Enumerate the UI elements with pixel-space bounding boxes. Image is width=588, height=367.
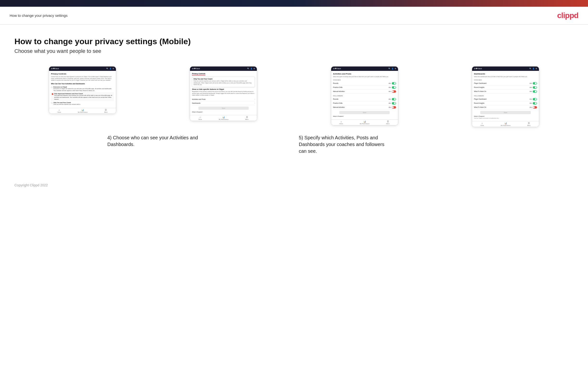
- save-btn-2[interactable]: Save: [199, 107, 249, 110]
- phone-mockup-1: &#� Back 🔍 👤 ⚙ Privacy Controls Control …: [49, 66, 116, 114]
- followers-manual-toggle-wrap: ON: [389, 106, 396, 108]
- coaches-player-dashboard-row: Player Dashboard ON: [474, 81, 537, 85]
- performance-label-4: My Performance: [501, 125, 510, 126]
- coaches-player-dashboard-toggle-wrap: ON: [529, 82, 537, 84]
- radio-everyone[interactable]: Everyone on Clippd Everyone on Clippd ca…: [51, 85, 114, 92]
- followers-what-to-work-toggle[interactable]: [533, 106, 537, 108]
- save-btn-4[interactable]: Save: [480, 111, 531, 114]
- caption-right-area: 5) Specify which Activities, Posts and D…: [296, 134, 574, 154]
- back-button-4[interactable]: &#� Back: [474, 68, 482, 70]
- radio-circle-3: [51, 102, 53, 104]
- tooltip-title: Only You and Your Coach: [193, 78, 253, 80]
- privacy-controls-tab[interactable]: Privacy Controls: [192, 73, 205, 75]
- home-label-3: Home: [339, 123, 343, 125]
- caption-left-area: 4) Choose who can see your Activities an…: [14, 134, 292, 154]
- followers-round-insights-toggle[interactable]: [533, 102, 537, 104]
- bottom-menu-1[interactable]: ☰ Menu: [104, 109, 107, 113]
- search-icon-2[interactable]: 🔍: [247, 68, 249, 70]
- activities-posts-label: Activities and Posts: [192, 99, 205, 100]
- search-icon-1[interactable]: 🔍: [106, 68, 108, 70]
- coaches-what-to-work-on: ON: [529, 91, 532, 92]
- coaches-rounds-toggle[interactable]: [392, 82, 396, 84]
- bottom-performance-1[interactable]: 📊 My Performance: [78, 109, 87, 113]
- followers-player-dashboard-label: Player Dashboard: [474, 98, 486, 100]
- phone-content-1: Privacy Controls Control how you and you…: [49, 71, 116, 108]
- bottom-performance-2[interactable]: 📊 My Performance: [219, 116, 228, 120]
- followers-round-insights-on: ON: [529, 103, 532, 104]
- bottom-home-2[interactable]: ⌂ Home: [199, 116, 202, 120]
- radio-you-coach[interactable]: Only You and Your Coach Only you and the…: [51, 101, 114, 106]
- bottom-performance-4[interactable]: 📊 My Performance: [501, 122, 510, 126]
- coaches-player-dashboard-toggle[interactable]: [533, 82, 537, 84]
- radio-text-2: Only Approved Followers and Your Coach O…: [54, 93, 113, 100]
- settings-icon-4[interactable]: ⚙: [536, 68, 537, 70]
- bottom-performance-3[interactable]: 📊 My Performance: [360, 121, 369, 125]
- coaches-rounds-row: Rounds ON: [333, 81, 396, 85]
- phone-content-2: Privacy Controls Only You and Your Coach…: [190, 71, 257, 115]
- profile-icon-3[interactable]: 👤: [391, 68, 394, 70]
- tooltip-text: Only you and the coaches you connect wit…: [193, 80, 253, 86]
- bottom-menu-2[interactable]: ☰ Menu: [245, 116, 249, 120]
- settings-icon-2[interactable]: ⚙: [253, 68, 255, 70]
- followers-drills-toggle[interactable]: [392, 102, 396, 104]
- performance-label-1: My Performance: [78, 111, 87, 113]
- profile-icon-2[interactable]: 👤: [250, 68, 252, 70]
- who-can-see-heading: Who Can See Your Activities and Dashboar…: [51, 83, 114, 84]
- search-icon-4[interactable]: 🔍: [529, 68, 531, 70]
- bottom-home-4[interactable]: ⌂ Home: [481, 122, 484, 126]
- coaches-what-to-work-toggle[interactable]: [533, 90, 537, 93]
- coaches-player-dashboard-on: ON: [529, 83, 532, 84]
- coaches-round-insights-label: Round Insights: [474, 86, 484, 88]
- followers-manual-toggle[interactable]: [392, 106, 396, 108]
- page-title: How to change your privacy settings (Mob…: [14, 37, 574, 46]
- chevron-activities: ›: [254, 99, 255, 100]
- coaches-manual-toggle[interactable]: [392, 90, 396, 93]
- page-subtitle: Choose what you want people to see: [14, 48, 574, 54]
- menu-icon-2: ☰: [246, 116, 248, 118]
- followers-round-insights-label: Round Insights: [474, 102, 484, 104]
- followers-rounds-row: Rounds ON: [333, 97, 396, 101]
- followers-rounds-on: ON: [389, 99, 391, 100]
- home-icon-2: ⌂: [200, 116, 201, 118]
- home-label-4: Home: [481, 125, 484, 126]
- nav-icons-4: 🔍 👤 ⚙: [529, 68, 537, 70]
- back-button-2[interactable]: &#� Back: [192, 68, 200, 70]
- performance-icon-3: 📊: [363, 121, 366, 123]
- coaches-drills-toggle[interactable]: [392, 86, 396, 89]
- settings-icon-1[interactable]: ⚙: [112, 68, 114, 70]
- phone-nav-bar-3: &#� Back 🔍 👤 ⚙: [331, 67, 398, 71]
- coaches-what-to-work-row: What To Work On ON: [474, 90, 537, 94]
- followers-rounds-label: Rounds: [333, 98, 338, 100]
- coaches-round-insights-toggle-wrap: ON: [529, 86, 537, 89]
- bottom-home-1[interactable]: ⌂ Home: [58, 109, 61, 113]
- profile-icon-1[interactable]: 👤: [109, 68, 112, 70]
- nav-icons-2: 🔍 👤 ⚙: [247, 68, 255, 70]
- back-button-1[interactable]: &#� Back: [51, 68, 59, 70]
- radio-circle-2: [52, 93, 53, 95]
- coaches-rounds-toggle-wrap: ON: [389, 82, 396, 84]
- activities-posts-link[interactable]: Activities and Posts ›: [192, 98, 255, 101]
- bottom-home-3[interactable]: ⌂ Home: [339, 121, 343, 125]
- performance-icon-1: 📊: [81, 109, 84, 111]
- followers-drills-label: Practice Drills: [333, 102, 343, 104]
- search-icon-3[interactable]: 🔍: [388, 68, 390, 70]
- coaches-label-3: COACHES: [333, 79, 396, 81]
- radio-approved[interactable]: Only Approved Followers and Your Coach O…: [51, 92, 114, 101]
- followers-rounds-toggle[interactable]: [392, 98, 396, 100]
- activities-posts-desc: Select the types of activity that you'd …: [333, 76, 396, 78]
- followers-manual-row: Manual Activities ON: [333, 105, 396, 109]
- bottom-menu-4[interactable]: ☰ Menu: [527, 122, 530, 126]
- dashboards-link[interactable]: Dashboards ›: [192, 101, 255, 105]
- followers-player-dashboard-toggle[interactable]: [533, 98, 537, 100]
- header: How to change your privacy settings clip…: [0, 7, 588, 25]
- back-button-3[interactable]: &#� Back: [333, 68, 341, 70]
- screenshot-group-3: &#� Back 🔍 👤 ⚙ Activities and Posts Sele…: [296, 66, 433, 127]
- settings-icon-3[interactable]: ⚙: [395, 68, 396, 70]
- save-btn-3[interactable]: Save: [339, 111, 390, 114]
- logo: clippd: [557, 11, 578, 20]
- menu-label-3: Menu: [386, 123, 389, 125]
- profile-icon-4[interactable]: 👤: [532, 68, 535, 70]
- bottom-menu-3[interactable]: ☰ Menu: [386, 121, 389, 125]
- screenshots-grid: &#� Back 🔍 👤 ⚙ Privacy Controls Control …: [14, 66, 574, 127]
- coaches-round-insights-toggle[interactable]: [533, 86, 537, 89]
